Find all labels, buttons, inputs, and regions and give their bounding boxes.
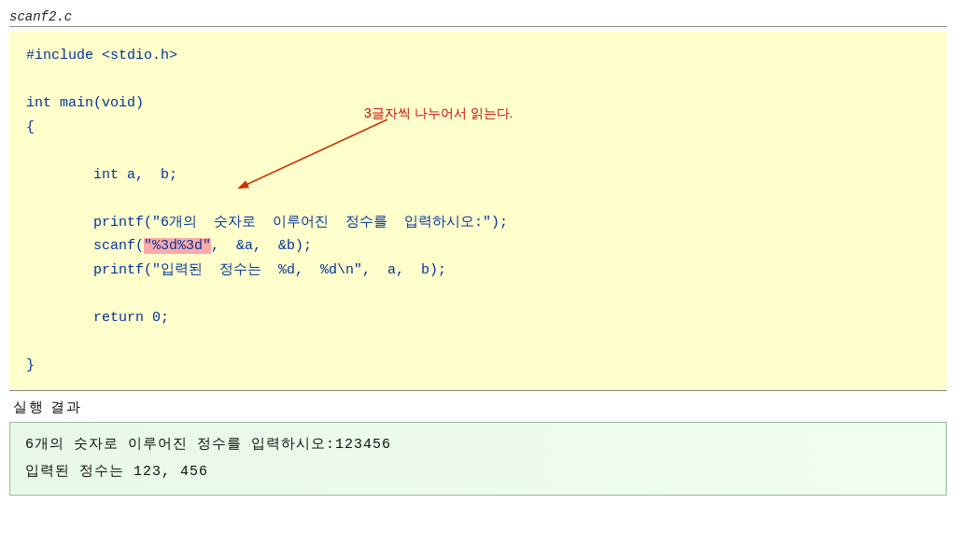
result-block: 6개의 숫자로 이루어진 정수를 입력하시오:123456 입력된 정수는 12… <box>9 422 947 496</box>
code-line-blank3 <box>26 187 930 211</box>
code-line-scanf: scanf("%3d%3d", &a, &b); <box>26 234 930 259</box>
code-line-blank2 <box>26 139 930 163</box>
code-line-return: return 0; <box>26 306 930 330</box>
code-block: #include <stdio.h> int main(void) { int … <box>9 31 947 390</box>
code-line-blank5 <box>26 329 930 354</box>
result-line-2: 입력된 정수는 123, 456 <box>25 459 931 486</box>
code-line-decl: int a, b; <box>26 163 930 188</box>
scanf-format-string: "%3d%3d" <box>144 238 211 254</box>
code-line-printf1: printf("6개의 숫자로 이루어진 정수를 입력하시오:"); <box>26 211 930 235</box>
result-line-1: 6개의 숫자로 이루어진 정수를 입력하시오:123456 <box>25 432 931 459</box>
code-divider <box>9 390 947 391</box>
code-line-include: #include <stdio.h> <box>26 44 930 68</box>
annotation-label: 3글자씩 나누어서 읽는다. <box>364 105 513 120</box>
code-line-blank4 <box>26 282 930 306</box>
code-line-printf2: printf("입력된 정수는 %d, %d\n", a, b); <box>26 259 930 283</box>
code-line-close-brace: } <box>26 354 930 378</box>
result-label: 실행 결과 <box>13 399 947 416</box>
file-title: scanf2.c <box>9 9 947 27</box>
code-line-blank1 <box>26 68 930 92</box>
annotation-text: 3글자씩 나누어서 읽는다. <box>364 105 513 122</box>
page-container: scanf2.c #include <stdio.h> int main(voi… <box>0 0 956 560</box>
